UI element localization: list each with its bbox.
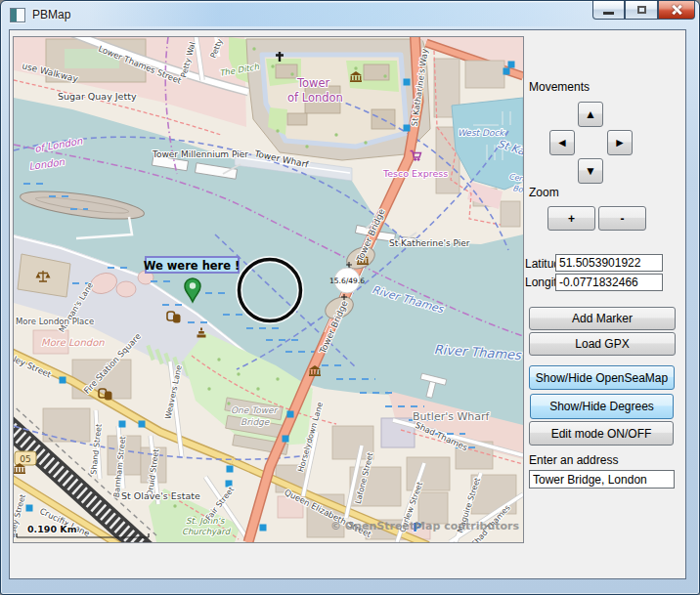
map-label: Sugar Quay Jetty [58, 91, 137, 102]
load-gpx-button[interactable]: Load GPX [529, 332, 676, 356]
move-left-button[interactable]: ◄ [549, 130, 575, 155]
pin-hole [190, 282, 196, 288]
map-label: Bridge [241, 417, 271, 427]
seamark-square-icon [287, 411, 294, 418]
maximize-icon [637, 6, 646, 14]
svg-text:05: 05 [20, 454, 30, 464]
close-button[interactable] [658, 1, 695, 20]
map-label: Tesco Express [382, 168, 448, 179]
add-marker-button[interactable]: Add Marker [529, 307, 676, 330]
edit-mode-button[interactable]: Edit mode ON/OFF [529, 421, 674, 446]
move-down-button[interactable]: ▼ [578, 158, 603, 184]
minimize-button[interactable] [592, 1, 625, 20]
title-bar[interactable]: PBMap [1, 1, 699, 29]
road-shield: 05 [15, 451, 36, 465]
attribution: © OpenStreetMap contributors [330, 520, 520, 532]
seamark-square-icon [60, 377, 66, 384]
map-label: Tower [296, 76, 330, 90]
toggle-openseamap-button[interactable]: Show/Hide OpenSeaMap [529, 365, 675, 390]
zoom-out-button[interactable]: - [598, 206, 646, 231]
map-container[interactable]: 05 [13, 36, 524, 543]
seamark-square-icon [26, 505, 33, 512]
map-label: St Olave's Estate [121, 490, 200, 501]
svg-text:15.6/49.6: 15.6/49.6 [329, 276, 365, 285]
map-label: Tower Millennium Pier [152, 149, 248, 159]
move-right-button[interactable]: ► [607, 130, 633, 155]
map-label: More London [41, 337, 105, 348]
titlebar-glass [89, 3, 607, 26]
map-label: One Tower [231, 405, 279, 415]
app-icon [10, 8, 25, 22]
seamark-square-icon [283, 436, 289, 443]
seamark-square-icon [503, 68, 510, 75]
zoom-label: Zoom [529, 186, 559, 199]
seamark-square-icon [404, 79, 411, 86]
map-label: More London Place [16, 317, 94, 326]
svg-text:0.190 Km: 0.190 Km [27, 524, 77, 534]
close-icon [671, 4, 682, 16]
move-up-button[interactable]: ▲ [578, 102, 603, 127]
map-label: St Katherine's Pier [389, 238, 470, 248]
zoom-in-button[interactable]: + [547, 206, 595, 231]
marker-tooltip-text: We were here ! [144, 259, 241, 273]
latitude-input[interactable] [555, 254, 663, 272]
seamark-square-icon [508, 62, 515, 68]
window-title: PBMap [32, 8, 70, 21]
maximize-button[interactable] [625, 1, 658, 20]
map-label: West Dock [458, 128, 505, 138]
map-label: Butler's Wharf [413, 410, 491, 423]
address-input[interactable] [529, 470, 675, 489]
client-area: 05 [9, 29, 686, 579]
map-canvas[interactable]: 05 [14, 37, 523, 542]
seamark-square-icon [227, 466, 234, 473]
seamark-square-icon [139, 421, 146, 428]
longitude-input[interactable] [555, 274, 663, 291]
toggle-degrees-button[interactable]: Show/Hide Degrees [530, 394, 674, 419]
map-label: Churchyard [182, 527, 232, 536]
movements-label: Movements [529, 80, 590, 94]
map-label: of London [287, 91, 343, 105]
seamark-square-icon [119, 421, 126, 428]
seamark-square-icon [260, 525, 267, 531]
minimize-icon [603, 12, 614, 15]
address-label: Enter an address [529, 453, 618, 467]
app-window: PBMap [0, 0, 700, 595]
